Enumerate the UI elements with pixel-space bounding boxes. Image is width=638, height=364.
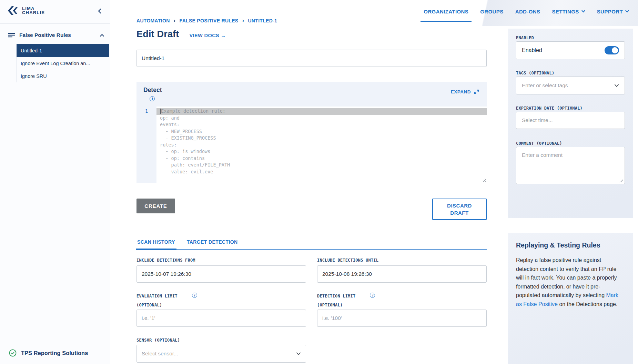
- toggle-knob: [612, 47, 618, 53]
- code-line: - op: contains: [156, 155, 487, 162]
- top-navigation: ORGANIZATIONS GROUPS ADD-ONS SETTINGS SU…: [424, 0, 629, 23]
- chevron-up-icon[interactable]: [100, 34, 104, 37]
- nav-support[interactable]: SUPPORT: [597, 9, 629, 14]
- limacharlie-logo: LIMACHARLIE: [7, 6, 45, 16]
- chevron-down-icon: [614, 84, 619, 87]
- check-circle-icon: [9, 349, 17, 357]
- comment-box: [516, 147, 625, 184]
- help-panel: Replaying & Testing Rules Replay a false…: [508, 233, 633, 364]
- breadcrumb-separator: ›: [174, 18, 176, 23]
- editor-code-area[interactable]: Example detection rule: op: and events: …: [156, 107, 487, 183]
- enabled-toggle[interactable]: [605, 46, 619, 54]
- comment-textarea[interactable]: [522, 151, 619, 180]
- nav-settings[interactable]: SETTINGS: [552, 9, 585, 14]
- help-panel-title: Replaying & Testing Rules: [516, 241, 600, 249]
- page-title: Edit Draft: [136, 29, 179, 40]
- org-name: TPS Reporting Solutions: [21, 350, 88, 356]
- evaluation-limit-optional: (OPTIONAL): [136, 303, 162, 307]
- evaluation-limit-input[interactable]: [136, 310, 306, 327]
- breadcrumb-untitled-1[interactable]: UNTITLED-1: [248, 18, 277, 23]
- sensor-label: SENSOR (OPTIONAL): [136, 338, 180, 343]
- discard-draft-button[interactable]: DISCARD DRAFT: [432, 199, 487, 220]
- sidebar-item-ignore-event-log[interactable]: Ignore Event Log Creation an...: [17, 57, 109, 70]
- detail-tabs: SCAN HISTORY TARGET DETECTION: [136, 239, 487, 250]
- detections-from-input[interactable]: [136, 265, 306, 283]
- info-icon[interactable]: i: [150, 96, 155, 101]
- sensor-select[interactable]: Select sensor...: [136, 345, 306, 363]
- expiration-date-label: EXPIRATION DATE (OPTIONAL): [516, 106, 583, 111]
- breadcrumb: AUTOMATION › FALSE POSITIVE RULES › UNTI…: [136, 18, 277, 23]
- detection-limit-label: DETECTION LIMIT i: [317, 294, 375, 299]
- help-panel-text: Replay a false positive rule against det…: [516, 256, 620, 309]
- code-line: - NEW_PROCESS: [156, 128, 487, 135]
- limacharlie-logo-text: LIMACHARLIE: [22, 7, 45, 15]
- rule-settings-panel: ENABLED Enabled TAGS (OPTIONAL) Enter or…: [508, 29, 633, 218]
- code-line: - op: is windows: [156, 148, 487, 155]
- org-selector[interactable]: TPS Reporting Solutions: [9, 349, 88, 357]
- chevron-down-icon: [581, 10, 585, 13]
- rule-name-input[interactable]: [136, 50, 487, 67]
- detect-code-editor[interactable]: 1 Example detection rule: op: and events…: [136, 107, 487, 183]
- breadcrumb-automation[interactable]: AUTOMATION: [136, 18, 170, 23]
- breadcrumb-false-positive-rules[interactable]: FALSE POSITIVE RULES: [180, 18, 239, 23]
- tab-target-detection[interactable]: TARGET DETECTION: [186, 239, 239, 249]
- sidebar-section-title: False Positive Rules: [19, 32, 95, 38]
- evaluation-limit-label: EVALUATION LIMIT i: [136, 294, 197, 299]
- info-icon[interactable]: i: [370, 293, 375, 298]
- expiration-date-input[interactable]: [516, 112, 625, 129]
- scan-history-form: INCLUDE DETECTIONS FROM INCLUDE DETECTIO…: [136, 258, 487, 364]
- sidebar-section-false-positive-rules[interactable]: False Positive Rules: [8, 32, 104, 38]
- nav-organizations[interactable]: ORGANIZATIONS: [424, 9, 468, 14]
- include-detections-from-label: INCLUDE DETECTIONS FROM: [136, 258, 195, 263]
- sidebar-item-ignore-sru[interactable]: Ignore SRU: [17, 70, 109, 82]
- tab-scan-history[interactable]: SCAN HISTORY: [136, 239, 176, 249]
- code-line-active: Example detection rule:: [156, 108, 487, 115]
- create-button[interactable]: CREATE: [136, 199, 175, 213]
- editor-gutter: 1: [136, 107, 156, 183]
- info-icon[interactable]: i: [192, 293, 197, 298]
- sidebar-footer-divider: [4, 341, 101, 341]
- code-line: events:: [156, 121, 487, 128]
- sidebar-collapse-button[interactable]: [95, 7, 104, 15]
- chevron-left-icon: [98, 8, 102, 14]
- breadcrumb-separator: ›: [242, 18, 244, 23]
- detect-panel: Detect i EXPAND 1 Example detection rule…: [136, 82, 487, 183]
- chevron-down-icon: [625, 10, 629, 13]
- enabled-label: ENABLED: [516, 36, 534, 40]
- code-line: rules:: [156, 142, 487, 149]
- enabled-text: Enabled: [522, 47, 605, 53]
- editor-resize-handle[interactable]: [482, 178, 486, 182]
- expiration-box: [516, 112, 625, 129]
- code-line: - EXISTING_PROCESS: [156, 135, 487, 142]
- view-docs-link[interactable]: VIEW DOCS →: [190, 33, 226, 38]
- expand-editor-button[interactable]: EXPAND: [451, 89, 479, 94]
- code-line: path: event/FILE_PATH: [156, 162, 487, 169]
- detect-title: Detect: [143, 87, 162, 94]
- header-divider: [435, 23, 638, 23]
- expand-icon: [474, 89, 479, 94]
- comment-label: COMMENT (OPTIONAL): [516, 141, 562, 146]
- code-line: op: and: [156, 115, 487, 122]
- include-detections-until-label: INCLUDE DETECTIONS UNTIL: [317, 258, 378, 263]
- detection-limit-optional: (OPTIONAL): [317, 303, 343, 307]
- detection-limit-input[interactable]: [317, 310, 487, 327]
- detections-until-input[interactable]: [317, 265, 487, 283]
- sidebar-item-untitled-1[interactable]: Untitled-1: [17, 44, 109, 57]
- tags-label: TAGS (OPTIONAL): [516, 71, 554, 75]
- nav-add-ons[interactable]: ADD-ONS: [515, 9, 540, 14]
- chevron-down-icon: [296, 352, 301, 355]
- text-cursor: [160, 109, 161, 114]
- enabled-box: Enabled: [516, 41, 625, 59]
- code-line: value: evil.exe: [156, 169, 487, 175]
- nav-groups[interactable]: GROUPS: [480, 9, 503, 14]
- sidebar: LIMACHARLIE False Positive Rules Untitle…: [0, 0, 110, 364]
- sidebar-divider: [0, 23, 110, 24]
- limacharlie-logo-icon: [7, 6, 19, 16]
- rules-list-icon: [8, 33, 15, 38]
- textarea-resize-handle[interactable]: [619, 179, 623, 182]
- rules-list: Untitled-1 Ignore Event Log Creation an.…: [17, 44, 109, 82]
- tags-select[interactable]: Enter or select tags: [516, 77, 625, 94]
